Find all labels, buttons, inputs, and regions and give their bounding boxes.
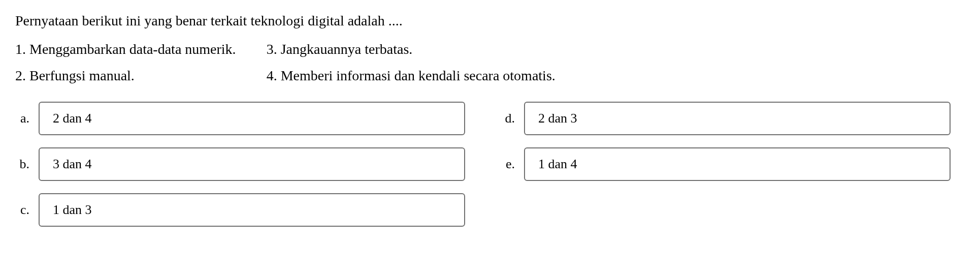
statement-1: 1. Menggambarkan data-data numerik. [15,39,236,60]
option-box-c[interactable]: 1 dan 3 [39,193,465,227]
option-box-b[interactable]: 3 dan 4 [39,147,465,181]
option-c[interactable]: c. 1 dan 3 [15,193,465,227]
question-container: Pernyataan berikut ini yang benar terkai… [15,10,965,227]
statements-col-left: 1. Menggambarkan data-data numerik. 2. B… [15,39,236,86]
option-letter-d: d. [501,111,515,126]
options-col-right: d. 2 dan 3 e. 1 dan 4 [501,102,951,227]
option-letter-b: b. [15,157,29,172]
option-d[interactable]: d. 2 dan 3 [501,102,951,135]
statement-2: 2. Berfungsi manual. [15,65,236,86]
question-stem: Pernyataan berikut ini yang benar terkai… [15,10,965,32]
statements-col-right: 3. Jangkauannya terbatas. 4. Memberi inf… [267,39,556,86]
option-box-e[interactable]: 1 dan 4 [524,147,951,181]
statement-3: 3. Jangkauannya terbatas. [267,39,556,60]
option-letter-a: a. [15,111,29,126]
options-container: a. 2 dan 4 b. 3 dan 4 c. 1 dan 3 d. 2 da… [15,102,965,227]
options-col-left: a. 2 dan 4 b. 3 dan 4 c. 1 dan 3 [15,102,465,227]
option-a[interactable]: a. 2 dan 4 [15,102,465,135]
option-box-a[interactable]: 2 dan 4 [39,102,465,135]
statement-4: 4. Memberi informasi dan kendali secara … [267,65,556,86]
option-box-d[interactable]: 2 dan 3 [524,102,951,135]
statements-block: 1. Menggambarkan data-data numerik. 2. B… [15,39,965,86]
option-b[interactable]: b. 3 dan 4 [15,147,465,181]
option-letter-c: c. [15,202,29,218]
option-letter-e: e. [501,157,515,172]
option-e[interactable]: e. 1 dan 4 [501,147,951,181]
